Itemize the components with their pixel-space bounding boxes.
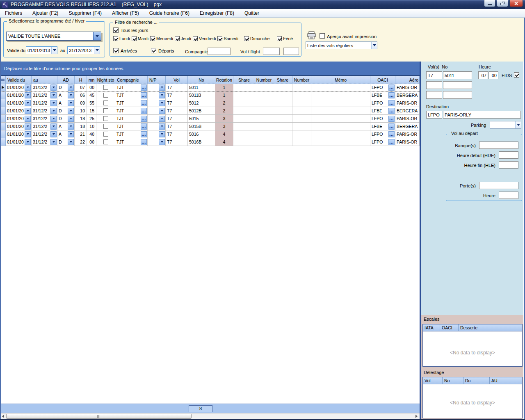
- dropdown-button[interactable]: [25, 131, 31, 137]
- cell-np[interactable]: [148, 115, 166, 122]
- cell-au[interactable]: 31/12/2: [32, 91, 57, 99]
- print-icon[interactable]: [307, 31, 316, 40]
- cell-vol[interactable]: T7: [166, 99, 188, 107]
- flight-row[interactable]: 01/01/2031/12/2D1015TJT...T75012B2LFBE..…: [0, 107, 420, 115]
- menu-item-afficher-f5[interactable]: Afficher (F5): [110, 10, 141, 16]
- escales-column-iata[interactable]: IATA: [423, 324, 440, 331]
- delestage-column-vol[interactable]: Vol: [423, 377, 443, 384]
- flight-row[interactable]: 01/01/2031/12/2D2200TJT...T75016B4LFPO..…: [0, 138, 420, 146]
- valide-du-date-select[interactable]: 01/01/2013: [26, 46, 57, 54]
- row-selector[interactable]: [0, 99, 6, 107]
- cell-rotation[interactable]: 3: [215, 115, 233, 122]
- cell-night_stop[interactable]: [96, 107, 115, 114]
- dropdown-button[interactable]: [25, 116, 31, 122]
- cell-mn[interactable]: 25: [87, 115, 96, 122]
- cell-number2[interactable]: [292, 107, 311, 114]
- dropdown-button[interactable]: [68, 139, 74, 145]
- fids-checkbox[interactable]: [514, 72, 519, 78]
- day-checkbox-vendredi[interactable]: [193, 36, 198, 41]
- cell-share1[interactable]: [233, 91, 255, 99]
- dropdown-button[interactable]: [25, 139, 31, 145]
- row-selector[interactable]: [0, 130, 6, 138]
- vol-code-input-2[interactable]: [426, 81, 442, 89]
- grid-corner-button[interactable]: [0, 76, 6, 84]
- cell-vol[interactable]: T7: [166, 107, 188, 114]
- cell-np[interactable]: [148, 84, 166, 91]
- row-selector[interactable]: [0, 84, 6, 91]
- portes-input[interactable]: [479, 182, 518, 189]
- cell-vol[interactable]: T7: [166, 130, 188, 138]
- flight-row[interactable]: 01/01/2031/12/2A0955TJT...T750122LFPO...…: [0, 99, 420, 107]
- column-header-ad[interactable]: AD: [57, 76, 75, 84]
- company-filter-input[interactable]: [208, 48, 231, 55]
- cell-rotation[interactable]: 1: [215, 91, 233, 99]
- cell-au[interactable]: 31/12/2: [32, 123, 57, 130]
- cell-share1[interactable]: [233, 115, 255, 122]
- cell-memo[interactable]: [311, 91, 370, 99]
- cell-au[interactable]: 31/12/2: [32, 115, 57, 122]
- row-selector[interactable]: [0, 138, 6, 146]
- cell-aero[interactable]: BERGERA: [395, 107, 420, 114]
- scrollbar-thumb[interactable]: [6, 414, 192, 419]
- ellipsis-button[interactable]: ...: [388, 131, 395, 137]
- night-stop-checkbox[interactable]: [103, 116, 108, 121]
- scroll-right-icon[interactable]: [413, 413, 420, 419]
- cell-valide_du[interactable]: 01/01/20: [6, 138, 32, 146]
- cell-h[interactable]: 09: [75, 99, 87, 107]
- dropdown-button[interactable]: [68, 100, 74, 106]
- flight-row[interactable]: 01/01/2031/12/2A1810TJT...T75015B3LFBE..…: [0, 123, 420, 130]
- dropdown-button[interactable]: [50, 116, 57, 122]
- cell-number1[interactable]: [255, 115, 273, 122]
- cell-share1[interactable]: [233, 99, 255, 107]
- dropdown-button[interactable]: [50, 92, 57, 98]
- cell-mn[interactable]: 40: [87, 130, 96, 138]
- night-stop-checkbox[interactable]: [103, 108, 108, 113]
- cell-ad[interactable]: A: [57, 130, 75, 138]
- ellipsis-button[interactable]: ...: [388, 139, 395, 145]
- vol-number-input-3[interactable]: [443, 91, 472, 99]
- cell-number1[interactable]: [255, 138, 273, 146]
- delestage-column-du[interactable]: Du: [463, 377, 490, 384]
- menu-item-fichiers[interactable]: Fichiers: [3, 10, 24, 16]
- menu-item-enregistrer-f8[interactable]: Enregistrer (F8): [198, 10, 236, 16]
- cell-ad[interactable]: A: [57, 123, 75, 130]
- cell-au[interactable]: 31/12/2: [32, 84, 57, 91]
- cell-h[interactable]: 18: [75, 115, 87, 122]
- flight-filter-input-1[interactable]: [263, 48, 280, 55]
- escales-list[interactable]: IATAOACIDesserte <No data to display>: [422, 324, 523, 367]
- cell-oaci[interactable]: LFBE...: [370, 123, 395, 130]
- cell-compagnie[interactable]: TJT...: [115, 91, 148, 99]
- ellipsis-button[interactable]: ...: [141, 131, 147, 137]
- dropdown-button[interactable]: [50, 131, 57, 137]
- cell-mn[interactable]: 10: [87, 123, 96, 130]
- cell-np[interactable]: [148, 107, 166, 114]
- cell-h[interactable]: 10: [75, 107, 87, 114]
- cell-oaci[interactable]: LFPO...: [370, 115, 395, 122]
- cell-memo[interactable]: [311, 123, 370, 130]
- cell-number2[interactable]: [292, 84, 311, 91]
- cell-number2[interactable]: [292, 123, 311, 130]
- cell-aero[interactable]: BERGERA: [395, 123, 420, 130]
- cell-number2[interactable]: [292, 115, 311, 122]
- cell-night_stop[interactable]: [96, 123, 115, 130]
- cell-rotation[interactable]: 4: [215, 138, 233, 146]
- grid-group-drop-zone[interactable]: Déplacer ici le titre d'une colonne pour…: [0, 62, 420, 76]
- cell-vol[interactable]: T7: [166, 123, 188, 130]
- vol-number-input-2[interactable]: [443, 81, 472, 89]
- cell-share2[interactable]: [273, 130, 292, 138]
- day-checkbox-samedi[interactable]: [217, 36, 222, 41]
- menu-item-guide-horaire-f6[interactable]: Guide horaire (F6): [148, 10, 191, 16]
- close-button[interactable]: [509, 0, 523, 7]
- day-checkbox-lundi[interactable]: [113, 36, 118, 41]
- cell-ad[interactable]: D: [57, 138, 75, 146]
- cell-ad[interactable]: D: [57, 84, 75, 91]
- cell-oaci[interactable]: LFPO...: [370, 138, 395, 146]
- cell-aero[interactable]: PARIS-OR: [395, 138, 420, 146]
- cell-compagnie[interactable]: TJT...: [115, 99, 148, 107]
- cell-share2[interactable]: [273, 99, 292, 107]
- column-header-vol[interactable]: Vol: [166, 76, 188, 84]
- departures-checkbox[interactable]: [151, 48, 156, 53]
- cell-share1[interactable]: [233, 123, 255, 130]
- cell-share1[interactable]: [233, 84, 255, 91]
- cell-no[interactable]: 5015B: [188, 123, 215, 130]
